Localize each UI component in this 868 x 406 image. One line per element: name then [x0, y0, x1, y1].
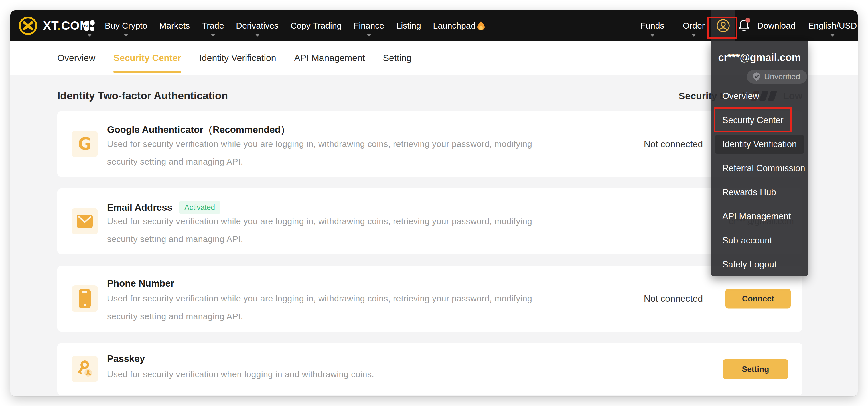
google-authenticator-icon: G: [71, 131, 98, 157]
nav-launchpad[interactable]: Launchpad: [433, 10, 485, 41]
card-description: Used for security verification while you…: [107, 213, 542, 248]
phone-icon: [71, 285, 98, 312]
card-email-address: Email Address Activated Used for securit…: [57, 188, 802, 254]
nav-order[interactable]: Order: [683, 10, 705, 41]
verification-badge: Unverified: [747, 70, 807, 84]
account-email: cr***@gmail.com: [711, 52, 808, 64]
menu-item-security-center[interactable]: Security Center: [711, 108, 808, 132]
notification-dot: [745, 18, 750, 23]
chevron-down-icon: [691, 34, 696, 37]
primary-nav: Buy Crypto Markets Trade Derivatives Cop…: [105, 10, 485, 41]
status-text: Not connected: [644, 293, 703, 304]
chevron-down-icon: [124, 34, 128, 37]
menu-item-identity-verification[interactable]: Identity Verification: [711, 132, 808, 156]
menu-item-safely-logout[interactable]: Safely Logout: [711, 253, 808, 277]
card-description: Used for security verification while you…: [107, 135, 542, 170]
language-currency-selector[interactable]: English/USD: [808, 10, 857, 41]
page-title: Identity Two-factor Authentication: [57, 90, 228, 102]
menu-item-sub-account[interactable]: Sub-account: [711, 228, 808, 253]
menu-item-api-management[interactable]: API Management: [711, 205, 808, 228]
passkey-icon: [71, 356, 98, 382]
tab-identity-verification[interactable]: Identity Verification: [199, 41, 276, 75]
card-title: Phone Number: [107, 278, 174, 289]
card-title: Google Authenticator（Recommended）: [107, 123, 290, 136]
nav-funds[interactable]: Funds: [641, 10, 664, 41]
card-title: Passkey: [107, 353, 145, 364]
user-icon: [716, 19, 730, 33]
tab-overview[interactable]: Overview: [57, 41, 95, 75]
notifications-button[interactable]: [736, 10, 752, 41]
account-menu: Overview Security Center Identity Verifi…: [711, 84, 808, 277]
status-text: Not connected: [644, 139, 703, 150]
nav-trade[interactable]: Trade: [202, 10, 224, 41]
nav-listing[interactable]: Listing: [396, 10, 421, 41]
browser-window: XT.COM Buy Crypto Markets Trade Derivati…: [10, 10, 858, 396]
nav-buy-crypto[interactable]: Buy Crypto: [105, 10, 147, 41]
chevron-down-icon: [367, 34, 371, 37]
menu-item-referral-commission[interactable]: Referral Commission: [711, 156, 808, 180]
menu-item-rewards-hub[interactable]: Rewards Hub: [711, 180, 808, 205]
chevron-down-icon: [830, 34, 835, 37]
card-google-authenticator: G Google Authenticator（Recommended） Used…: [57, 111, 802, 177]
chevron-down-icon: [650, 34, 655, 37]
tab-setting[interactable]: Setting: [383, 41, 412, 75]
chevron-down-icon: [211, 34, 215, 37]
verification-status: Unverified: [764, 72, 800, 81]
shield-icon: [753, 72, 761, 81]
top-navbar: XT.COM Buy Crypto Markets Trade Derivati…: [10, 10, 858, 41]
heading-row: Identity Two-factor Authentication Secur…: [57, 88, 802, 104]
account-menu-button[interactable]: [711, 10, 736, 41]
card-phone-number: Phone Number Used for security verificat…: [57, 266, 802, 332]
nav-copy-trading[interactable]: Copy Trading: [290, 10, 342, 41]
card-description: Used for security verification when logg…: [107, 365, 542, 383]
tab-api-management[interactable]: API Management: [294, 41, 365, 75]
xt-logo-text: XT.COM: [43, 19, 90, 33]
card-description: Used for security verification while you…: [107, 290, 542, 325]
chevron-down-icon: [255, 34, 260, 37]
nav-derivatives[interactable]: Derivatives: [236, 10, 278, 41]
activated-badge: Activated: [179, 201, 220, 214]
nav-download[interactable]: Download: [757, 10, 795, 41]
nav-markets[interactable]: Markets: [159, 10, 190, 41]
flame-icon: [477, 21, 485, 31]
chevron-down-icon: [87, 34, 92, 37]
email-icon: [71, 208, 98, 235]
card-title: Email Address: [107, 202, 172, 213]
tab-security-center[interactable]: Security Center: [113, 41, 181, 75]
xt-logo[interactable]: XT.COM: [17, 10, 90, 41]
nav-finance[interactable]: Finance: [353, 10, 384, 41]
connect-button[interactable]: Connect: [725, 289, 791, 309]
card-passkey: Passkey Used for security verification w…: [57, 343, 802, 395]
xt-logo-icon: [17, 15, 39, 37]
menu-item-overview[interactable]: Overview: [711, 84, 808, 108]
account-dropdown: cr***@gmail.com Unverified Overview Secu…: [711, 41, 808, 276]
setting-button[interactable]: Setting: [723, 359, 788, 379]
apps-grid-icon[interactable]: [84, 10, 96, 41]
